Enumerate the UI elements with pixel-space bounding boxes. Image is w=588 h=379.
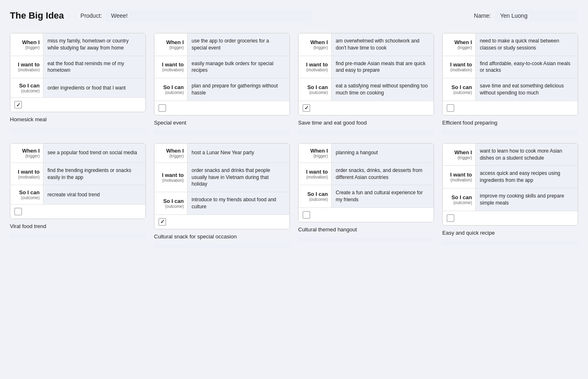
outcome-content: improve my cooking skills and prepare si… xyxy=(476,188,578,211)
motivation-content: find affordable, easy-to-cook Asian meal… xyxy=(476,56,578,78)
motivation-section: I want to(motivation)find affordable, ea… xyxy=(443,56,578,79)
outcome-section: So I can(outcome)plan and prepare for ga… xyxy=(154,78,289,101)
when-i-label: When I xyxy=(22,148,40,154)
card-band xyxy=(154,131,290,135)
outcome-section: So I can(outcome)recreate viral food tre… xyxy=(10,185,145,205)
trigger-content: am overwhelmed with schoolwork and don't… xyxy=(332,33,434,56)
card-title: Easy and quick recipe xyxy=(442,230,578,236)
card-title: Cultural snack for special occasion xyxy=(154,233,290,240)
name-field: Name: xyxy=(474,10,578,21)
motivation-content: find pre-made Asian meals that are quick… xyxy=(332,56,434,78)
trigger-section: When I(trigger)miss my family, hometown … xyxy=(10,33,145,56)
card-footer xyxy=(10,98,145,112)
i-want-to-label: I want to xyxy=(162,172,184,178)
card-0-0: When I(trigger)miss my family, hometown … xyxy=(10,33,146,112)
motivation-section: I want to(motivation)easily manage bulk … xyxy=(154,56,289,79)
when-i-label: When I xyxy=(166,39,184,45)
card-checkbox[interactable] xyxy=(303,104,310,112)
i-want-to-label: I want to xyxy=(162,61,184,68)
motivation-sublabel: (motivation) xyxy=(306,68,328,72)
card-checkbox[interactable] xyxy=(14,101,22,108)
card-1-2: When I(trigger)planning a hangoutI want … xyxy=(298,143,434,222)
motivation-content: eat the food that reminds me of my homet… xyxy=(43,56,145,78)
outcome-content: plan and prepare for gatherings without … xyxy=(187,78,289,101)
card-checkbox[interactable] xyxy=(447,214,454,222)
card-1-1: When I(trigger)host a Lunar New Year par… xyxy=(154,143,290,229)
card-checkbox[interactable] xyxy=(447,104,454,112)
outcome-sublabel: (outcome) xyxy=(453,200,472,205)
card-wrapper-0-1: When I(trigger)use the app to order groc… xyxy=(154,33,290,135)
card-band xyxy=(442,241,578,245)
trigger-section: When I(trigger)host a Lunar New Year par… xyxy=(154,144,289,163)
trigger-content: use the app to order groceries for a spe… xyxy=(187,33,289,56)
outcome-sublabel: (outcome) xyxy=(165,90,184,95)
outcome-content: eat a satisfying meal without spending t… xyxy=(332,78,434,101)
i-want-to-label: I want to xyxy=(306,169,328,175)
outcome-sublabel: (outcome) xyxy=(21,89,40,93)
motivation-sublabel: (motivation) xyxy=(18,68,40,72)
card-checkbox[interactable] xyxy=(303,211,310,219)
so-i-can-label: So I can xyxy=(163,84,184,90)
trigger-section: When I(trigger)use the app to order groc… xyxy=(154,33,289,56)
i-want-to-label: I want to xyxy=(306,61,328,68)
trigger-sublabel: (trigger) xyxy=(313,154,328,158)
when-i-label: When I xyxy=(310,39,328,45)
outcome-content: order ingredients or food that I want xyxy=(43,78,145,97)
trigger-sublabel: (trigger) xyxy=(458,45,472,50)
page-header: The Big Idea Product: Name: xyxy=(10,10,578,21)
card-band xyxy=(442,131,578,135)
trigger-sublabel: (trigger) xyxy=(169,45,184,50)
card-1-0: When I(trigger)see a popular food trend … xyxy=(10,143,146,219)
card-0-2: When I(trigger)am overwhelmed with schoo… xyxy=(298,33,434,115)
card-wrapper-1-3: When I(trigger)want to learn how to cook… xyxy=(442,143,578,249)
outcome-section: So I can(outcome)save time and eat somet… xyxy=(443,78,578,101)
card-footer xyxy=(10,205,145,219)
i-want-to-label: I want to xyxy=(18,61,40,68)
card-checkbox[interactable] xyxy=(159,104,166,112)
motivation-content: find the trending ingredients or snacks … xyxy=(43,163,145,185)
card-wrapper-0-0: When I(trigger)miss my family, hometown … xyxy=(10,33,146,135)
trigger-sublabel: (trigger) xyxy=(169,154,184,158)
card-title: Viral food trend xyxy=(10,223,146,229)
name-label: Name: xyxy=(474,12,491,19)
motivation-sublabel: (motivation) xyxy=(306,175,328,179)
when-i-label: When I xyxy=(454,149,472,155)
page-title: The Big Idea xyxy=(10,10,64,21)
product-input[interactable] xyxy=(105,10,312,21)
i-want-to-label: I want to xyxy=(450,61,472,68)
outcome-section: So I can(outcome)eat a satisfying meal w… xyxy=(299,78,434,101)
motivation-section: I want to(motivation)find the trending i… xyxy=(10,163,145,186)
product-label: Product: xyxy=(81,12,102,19)
trigger-content: planning a hangout xyxy=(332,144,434,162)
name-input[interactable] xyxy=(494,10,578,21)
card-band xyxy=(298,238,434,242)
motivation-sublabel: (motivation) xyxy=(18,175,40,179)
card-checkbox[interactable] xyxy=(14,208,22,215)
when-i-label: When I xyxy=(22,39,40,45)
motivation-section: I want to(motivation)order snacks and dr… xyxy=(154,163,289,192)
trigger-content: host a Lunar New Year party xyxy=(187,144,289,162)
card-checkbox[interactable] xyxy=(159,218,166,226)
outcome-section: So I can(outcome)Create a fun and cultur… xyxy=(299,185,434,208)
so-i-can-label: So I can xyxy=(307,84,328,90)
motivation-section: I want to(motivation)order snacks, drink… xyxy=(299,163,434,186)
card-title: Homesick meal xyxy=(10,116,146,122)
outcome-content: save time and eat something delicious wi… xyxy=(476,78,578,101)
motivation-section: I want to(motivation)access quick and ea… xyxy=(443,166,578,188)
trigger-sublabel: (trigger) xyxy=(25,45,40,50)
card-wrapper-1-1: When I(trigger)host a Lunar New Year par… xyxy=(154,143,290,249)
so-i-can-label: So I can xyxy=(19,189,40,195)
so-i-can-label: So I can xyxy=(307,191,328,197)
card-wrapper-1-0: When I(trigger)see a popular food trend … xyxy=(10,143,146,249)
card-footer xyxy=(299,208,434,222)
card-title: Cultural themed hangout xyxy=(298,226,434,233)
trigger-section: When I(trigger)want to learn how to cook… xyxy=(443,144,578,166)
i-want-to-label: I want to xyxy=(18,169,40,175)
motivation-content: order snacks, drinks, and desserts from … xyxy=(332,163,434,185)
card-title: Efficient food preparing xyxy=(442,120,578,126)
outcome-content: Create a fun and cultural experience for… xyxy=(332,185,434,207)
motivation-section: I want to(motivation)eat the food that r… xyxy=(10,56,145,79)
trigger-content: need to make a quick meal between classe… xyxy=(476,33,578,56)
outcome-section: So I can(outcome)order ingredients or fo… xyxy=(10,78,145,98)
card-wrapper-0-2: When I(trigger)am overwhelmed with schoo… xyxy=(298,33,434,135)
